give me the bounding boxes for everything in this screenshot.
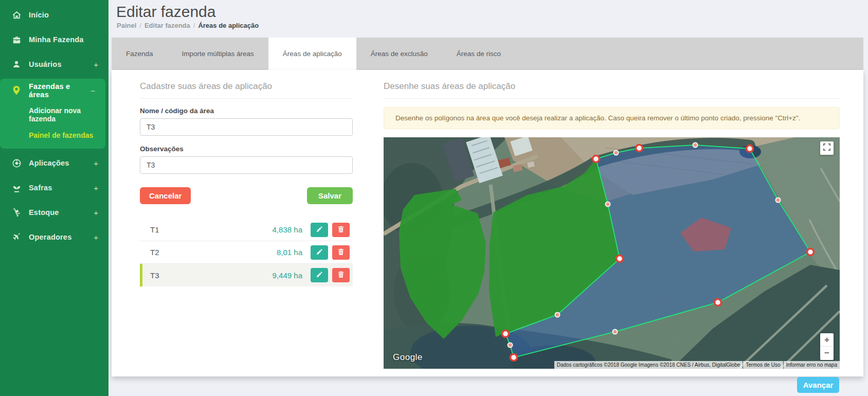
breadcrumb-item-editar-fazenda[interactable]: Editar fazenda xyxy=(144,22,190,29)
tab-areas-de-risco[interactable]: Áreas de risco xyxy=(442,38,515,70)
page-title: Editar fazenda xyxy=(116,3,215,21)
sidebar-subitem-painel-de-fazendas[interactable]: Painel de fazendas xyxy=(0,127,105,143)
sidebar-subitem-adicionar-nova-fazenda[interactable]: Adicionar nova fazenda xyxy=(0,102,105,127)
fullscreen-icon xyxy=(823,143,830,153)
midpoint-marker[interactable] xyxy=(606,202,610,207)
vertex-marker[interactable] xyxy=(636,145,643,152)
breadcrumb-item-painel[interactable]: Painel xyxy=(117,22,136,29)
vertex-marker[interactable] xyxy=(747,146,753,152)
zoom-in-button[interactable]: + xyxy=(820,333,834,347)
sidebar-item-aplicacoes[interactable]: Aplicações + xyxy=(0,151,109,175)
sidebar-item-label: Operadores xyxy=(29,233,94,241)
edit-area-button[interactable] xyxy=(311,268,328,282)
sidebar-group-fazendas: Fazendas e áreas − Adicionar nova fazend… xyxy=(0,79,105,149)
midpoint-marker[interactable] xyxy=(555,313,560,317)
edit-area-button[interactable] xyxy=(311,223,328,237)
pencil-icon xyxy=(316,248,323,257)
tab-areas-de-exclusao[interactable]: Áreas de exclusão xyxy=(356,38,442,70)
sidebar-item-label: Estoque xyxy=(29,208,94,217)
main-content: Editar fazenda Painel/Editar fazenda/Áre… xyxy=(109,0,868,396)
sprout-icon xyxy=(11,183,22,193)
area-row-size: 4,838 ha xyxy=(273,225,302,234)
sidebar-item-usuarios[interactable]: Usuários + xyxy=(0,52,109,77)
midpoint-marker[interactable] xyxy=(693,143,698,148)
midpoint-marker[interactable] xyxy=(614,151,619,155)
delete-area-button[interactable] xyxy=(332,268,350,282)
vertex-marker[interactable] xyxy=(511,354,517,361)
area-name-label: Nome / código da área xyxy=(140,107,353,115)
register-areas-heading: Cadastre suas áreas de aplicação xyxy=(140,81,353,99)
area-row-t2[interactable]: T2 8,01 ha xyxy=(140,241,353,264)
fullscreen-button[interactable] xyxy=(820,141,834,155)
vertex-marker[interactable] xyxy=(502,331,509,337)
draw-instructions-alert: Desenhe os polígonos na área que você de… xyxy=(384,107,840,129)
hand-truck-icon xyxy=(11,207,22,218)
area-list: T1 4,838 ha T2 8,01 ha T3 9,449 ha xyxy=(140,219,353,286)
tab-areas-de-aplicacao[interactable]: Áreas de aplicação xyxy=(268,38,356,70)
tab-bar: Fazenda Importe múltiplas áreas Áreas de… xyxy=(112,38,863,70)
vertex-marker[interactable] xyxy=(807,249,814,256)
zoom-out-button[interactable]: − xyxy=(820,347,834,360)
save-button[interactable]: Salvar xyxy=(307,187,353,204)
area-row-name: T1 xyxy=(150,225,273,234)
sidebar-item-fazendas-e-areas[interactable]: Fazendas e áreas − xyxy=(0,79,105,102)
area-row-size: 8,01 ha xyxy=(277,248,302,257)
tab-importe-multiplas-areas[interactable]: Importe múltiplas áreas xyxy=(168,38,268,70)
edit-area-button[interactable] xyxy=(311,245,328,260)
area-row-t1[interactable]: T1 4,838 ha xyxy=(140,219,353,241)
briefcase-icon xyxy=(11,34,22,45)
sidebar-item-operadores[interactable]: Operadores + xyxy=(0,225,109,249)
expand-plus-icon[interactable]: + xyxy=(94,208,98,217)
midpoint-marker[interactable] xyxy=(613,330,618,334)
sidebar-item-safras[interactable]: Safras + xyxy=(0,175,109,200)
next-button[interactable]: Avançar xyxy=(797,377,839,393)
vertex-marker[interactable] xyxy=(617,256,623,262)
area-row-name: T2 xyxy=(150,248,277,257)
expand-plus-icon[interactable]: + xyxy=(94,159,98,168)
midpoint-marker[interactable] xyxy=(776,198,781,203)
area-row-t3-selected[interactable]: T3 9,449 ha xyxy=(140,264,353,286)
map-pin-icon xyxy=(11,85,22,96)
draw-areas-section: Desenhe suas áreas de aplicação Desenhe … xyxy=(384,81,840,376)
sidebar-item-label: Usuários xyxy=(29,60,94,68)
delete-area-button[interactable] xyxy=(332,223,350,237)
collapse-minus-icon[interactable]: − xyxy=(91,86,95,95)
expand-plus-icon[interactable]: + xyxy=(94,60,98,69)
breadcrumb-separator: / xyxy=(136,22,144,29)
draw-areas-heading: Desenhe suas áreas de aplicação xyxy=(384,81,840,99)
vertex-marker[interactable] xyxy=(593,156,600,163)
sidebar-item-minha-fazenda[interactable]: Minha Fazenda xyxy=(0,27,109,52)
observations-input[interactable] xyxy=(140,156,353,174)
cancel-button[interactable]: Cancelar xyxy=(140,187,191,204)
sidebar-item-inicio[interactable]: Início xyxy=(0,3,109,27)
map-canvas[interactable]: + − Google Dados cartográficos ©2018 Goo… xyxy=(384,137,840,369)
applications-icon xyxy=(11,158,22,168)
report-map-error-link[interactable]: Informar erro no mapa xyxy=(784,361,840,369)
terms-of-use-link[interactable]: Termos de Uso xyxy=(743,361,783,369)
map-zoom-control: + − xyxy=(820,333,834,360)
user-icon xyxy=(11,59,22,69)
expand-plus-icon[interactable]: + xyxy=(94,233,98,242)
sidebar: Início Minha Fazenda Usuários + Fazendas… xyxy=(0,0,109,396)
satellite-basemap xyxy=(384,137,840,369)
pencil-icon xyxy=(316,226,323,234)
expand-plus-icon[interactable]: + xyxy=(94,184,98,192)
midpoint-marker[interactable] xyxy=(508,343,513,348)
breadcrumb: Painel/Editar fazenda/Áreas de aplicação xyxy=(117,22,259,29)
breadcrumb-separator: / xyxy=(190,22,198,29)
sidebar-item-label: Fazendas e áreas xyxy=(29,82,91,99)
sidebar-item-label: Minha Fazenda xyxy=(29,35,98,44)
sidebar-item-estoque[interactable]: Estoque + xyxy=(0,200,109,225)
tab-fazenda[interactable]: Fazenda xyxy=(112,38,168,70)
map-attribution-bar: Dados cartográficos ©2018 Google Imagens… xyxy=(554,361,840,369)
sidebar-item-label: Aplicações xyxy=(29,159,94,167)
trash-icon xyxy=(338,248,344,257)
observations-label: Observações xyxy=(140,145,353,153)
area-name-input[interactable] xyxy=(140,118,353,136)
vertex-marker[interactable] xyxy=(715,299,721,306)
delete-area-button[interactable] xyxy=(332,245,350,260)
area-row-name: T3 xyxy=(150,271,273,280)
trash-icon xyxy=(338,271,344,279)
area-row-size: 9,449 ha xyxy=(273,271,302,280)
form-buttons: Cancelar Salvar xyxy=(140,187,353,204)
